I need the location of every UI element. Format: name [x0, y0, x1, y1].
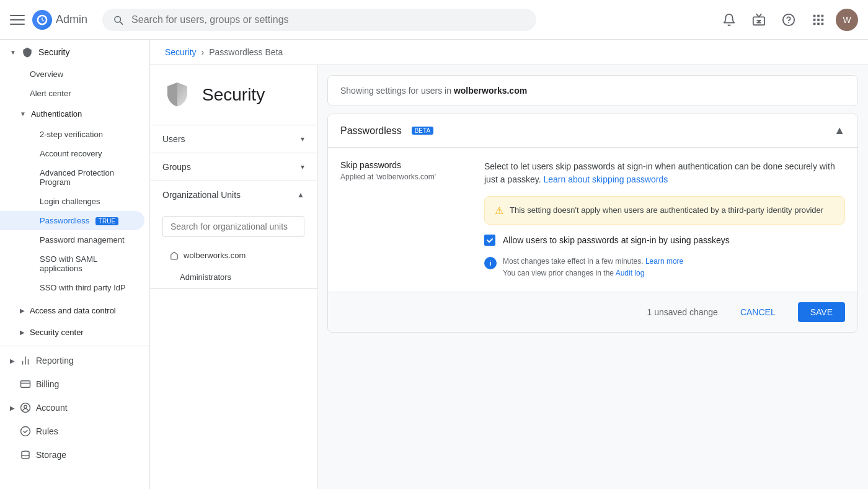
audit-log-link[interactable]: Audit log — [616, 269, 645, 277]
topbar: Admin — [0, 0, 868, 40]
billing-icon — [20, 379, 31, 390]
sidebar-item-login-challenges[interactable]: Login challenges — [0, 192, 144, 211]
reporting-expand-icon: ▶ — [10, 357, 15, 364]
groups-item[interactable]: Groups ▾ — [150, 153, 317, 181]
sidebar-storage[interactable]: ▶ Storage — [0, 443, 144, 467]
search-input[interactable] — [131, 14, 526, 25]
sidebar-reporting[interactable]: ▶ Reporting — [0, 349, 144, 372]
sidebar-authentication-header[interactable]: ▼ Authentication — [0, 103, 144, 125]
org-unit-sub-item[interactable]: Administrators — [150, 266, 317, 288]
account-icon — [20, 402, 31, 413]
sidebar-account[interactable]: ▶ Account — [0, 396, 144, 419]
hamburger-icon[interactable] — [10, 12, 25, 27]
org-units-section: Organizational Units ▲ wolberworks.com A… — [150, 181, 317, 289]
card-header: Passwordless BETA ▲ — [328, 114, 857, 148]
skip-passwords-section: Skip passwords Applied at 'wolberworks.c… — [340, 160, 845, 279]
sidebar-item-passwordless[interactable]: Passwordless true — [0, 211, 144, 230]
right-panel: Showing settings for users in wolberwork… — [317, 65, 868, 489]
org-unit-name: wolberworks.com — [184, 251, 246, 260]
skip-title: Skip passwords — [340, 160, 464, 170]
snooze-button[interactable] — [746, 7, 771, 32]
sidebar-security-center-header[interactable]: ▶ Security center — [0, 321, 144, 343]
breadcrumb-parent[interactable]: Security — [165, 47, 197, 57]
sidebar-item-alert-center[interactable]: Alert center — [0, 84, 144, 103]
avatar[interactable]: W — [836, 9, 858, 31]
svg-rect-8 — [822, 19, 824, 21]
sidebar: ▼ Security Overview Alert center ▼ Authe… — [0, 40, 150, 489]
info-box: i Most changes take effect in a few minu… — [484, 256, 845, 279]
account-expand-icon: ▶ — [10, 405, 15, 411]
org-unit-sub-name: Administrators — [180, 272, 231, 282]
skip-description: Select to let users skip passwords at si… — [484, 160, 845, 186]
storage-label: Storage — [36, 450, 66, 460]
svg-rect-12 — [21, 381, 30, 388]
settings-banner: Showing settings for users in wolberwork… — [327, 75, 858, 106]
warning-text: This setting doesn't apply when users ar… — [510, 204, 823, 217]
sidebar-item-2step[interactable]: 2-step verification — [0, 125, 144, 144]
sidebar-item-advanced-protection[interactable]: Advanced Protection Program — [0, 163, 144, 192]
card-collapse-icon[interactable]: ▲ — [834, 124, 845, 137]
sidebar-item-overview[interactable]: Overview — [0, 65, 144, 84]
cancel-button[interactable]: CANCEL — [728, 302, 788, 322]
sidebar-access-header[interactable]: ▶ Access and data control — [0, 300, 144, 321]
main-area: ▼ Security Overview Alert center ▼ Authe… — [0, 40, 868, 489]
search-bar[interactable] — [102, 9, 536, 31]
skip-right: Select to let users skip passwords at si… — [484, 160, 845, 279]
org-units-chevron: ▲ — [297, 191, 304, 199]
search-icon — [112, 14, 124, 26]
apps-button[interactable] — [806, 7, 831, 32]
org-units-label: Organizational Units — [162, 190, 241, 200]
sidebar-authentication-label: Authentication — [31, 109, 82, 119]
sidebar-security-header[interactable]: ▼ Security — [0, 40, 144, 65]
sidebar-security-label: Security — [38, 47, 70, 57]
skip-passwords-checkbox[interactable] — [484, 235, 495, 246]
admin-label: Admin — [56, 13, 87, 26]
users-item[interactable]: Users ▾ — [150, 125, 317, 153]
warning-icon: ⚠ — [495, 205, 503, 217]
groups-label: Groups — [162, 162, 191, 172]
breadcrumb-separator: › — [202, 47, 205, 57]
unsaved-text: 1 unsaved change — [647, 307, 717, 317]
sidebar-billing[interactable]: ▶ Billing — [0, 372, 144, 396]
sidebar-item-sso-saml[interactable]: SSO with SAML applications — [0, 249, 144, 278]
svg-rect-4 — [817, 14, 820, 17]
users-section: Users ▾ — [150, 125, 317, 153]
sidebar-item-account-recovery[interactable]: Account recovery — [0, 144, 144, 163]
help-button[interactable] — [776, 7, 801, 32]
sidebar-security-center-label: Security center — [30, 328, 84, 337]
org-search-container — [150, 209, 317, 244]
google-logo-icon — [32, 10, 52, 30]
org-unit-root[interactable]: wolberworks.com — [150, 244, 317, 266]
storage-icon — [20, 449, 31, 460]
svg-point-15 — [21, 427, 30, 436]
warning-box: ⚠ This setting doesn't apply when users … — [484, 196, 845, 225]
skip-applied: Applied at 'wolberworks.com' — [340, 173, 464, 181]
billing-label: Billing — [36, 379, 59, 389]
org-units-item[interactable]: Organizational Units ▲ — [150, 181, 317, 209]
sidebar-item-password-management[interactable]: Password management — [0, 230, 144, 249]
info-icon: i — [484, 257, 497, 269]
beta-badge: true — [95, 217, 118, 225]
svg-rect-10 — [817, 22, 820, 25]
org-unit-icon — [170, 251, 179, 260]
card-body: Skip passwords Applied at 'wolberworks.c… — [328, 148, 857, 292]
svg-rect-3 — [813, 14, 816, 17]
org-search-input[interactable] — [162, 216, 304, 237]
card-title-text: Passwordless — [340, 125, 402, 137]
notifications-button[interactable] — [717, 7, 742, 32]
learn-link[interactable]: Learn about skipping passwords — [543, 174, 668, 184]
svg-rect-6 — [813, 19, 816, 21]
sidebar-rules[interactable]: ▶ Rules — [0, 419, 144, 443]
skip-left: Skip passwords Applied at 'wolberworks.c… — [340, 160, 464, 279]
learn-more-link[interactable]: Learn more — [645, 257, 683, 266]
svg-rect-7 — [817, 19, 820, 21]
security-sidebar-icon — [21, 46, 33, 58]
topbar-right: W — [717, 7, 858, 32]
card-title: Passwordless BETA — [340, 125, 433, 137]
shield-icon — [162, 80, 192, 110]
sidebar-item-sso-idp[interactable]: SSO with third party IdP — [0, 278, 144, 297]
topbar-left: Admin — [10, 10, 87, 30]
passwordless-card: Passwordless BETA ▲ Skip passwords Appli… — [327, 114, 858, 333]
banner-domain: wolberworks.com — [454, 86, 527, 96]
save-button[interactable]: SAVE — [798, 302, 845, 322]
